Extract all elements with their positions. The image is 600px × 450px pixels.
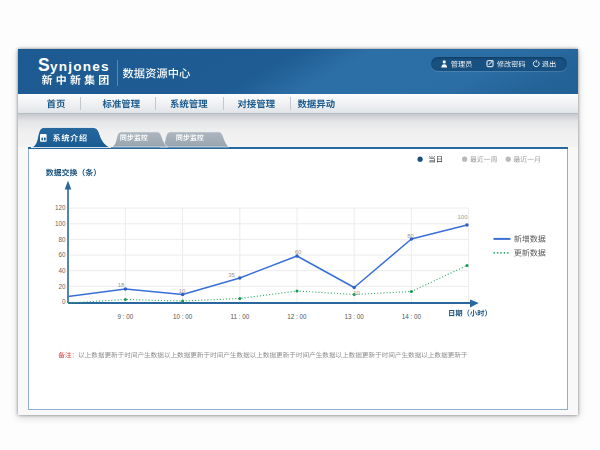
svg-text:120: 120	[55, 204, 66, 211]
svg-text:11 : 00: 11 : 00	[230, 313, 249, 320]
svg-text:S: S	[38, 55, 50, 75]
svg-text:80: 80	[58, 236, 66, 243]
svg-text:0: 0	[62, 298, 66, 305]
svg-text:40: 40	[58, 267, 66, 274]
svg-text:9 : 00: 9 : 00	[118, 313, 134, 320]
svg-text:100: 100	[55, 220, 66, 227]
svg-text:12 : 00: 12 : 00	[287, 313, 307, 320]
svg-text:35: 35	[228, 272, 235, 278]
svg-text:ynjones: ynjones	[50, 59, 110, 74]
svg-text:20: 20	[58, 283, 66, 290]
svg-text:13 : 00: 13 : 00	[345, 313, 365, 320]
svg-text:60: 60	[58, 251, 66, 258]
svg-text:10: 10	[179, 288, 186, 294]
svg-text:14 : 00: 14 : 00	[402, 313, 422, 320]
svg-text:80: 80	[407, 233, 414, 239]
svg-text:10 : 00: 10 : 00	[173, 313, 193, 320]
svg-text:10: 10	[353, 290, 360, 296]
svg-text:100: 100	[457, 214, 468, 220]
svg-text:18: 18	[118, 282, 125, 288]
svg-text:60: 60	[295, 249, 302, 255]
